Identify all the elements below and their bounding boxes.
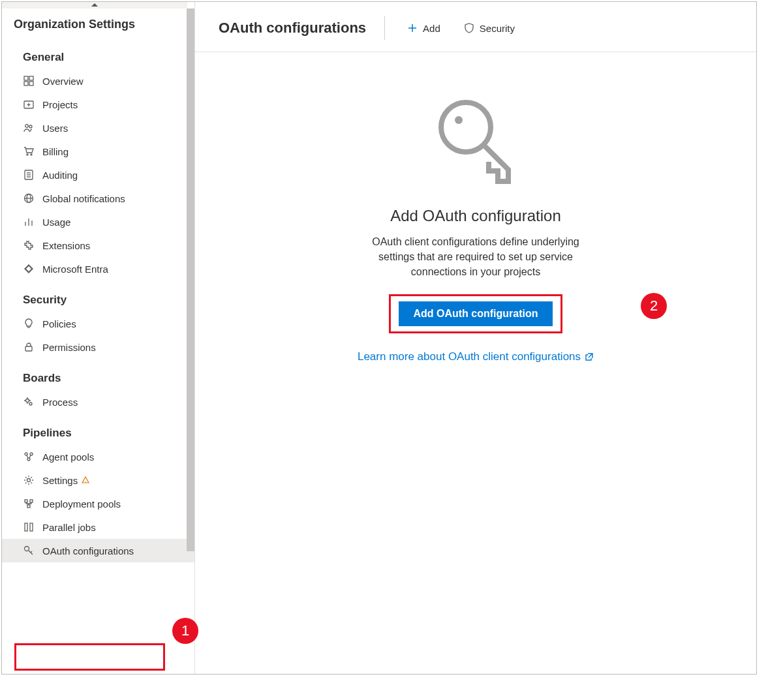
svg-rect-34 bbox=[30, 523, 33, 531]
svg-rect-1 bbox=[29, 76, 33, 80]
external-link-icon bbox=[585, 352, 594, 361]
parallel-icon bbox=[23, 521, 35, 533]
sidebar-item-settings[interactable]: Settings bbox=[2, 468, 195, 492]
add-button[interactable]: Add bbox=[403, 20, 444, 37]
nav-label: Projects bbox=[42, 99, 78, 110]
nav-label: Overview bbox=[42, 76, 84, 87]
nav-label: Microsoft Entra bbox=[42, 264, 108, 275]
nav-label: Settings bbox=[42, 475, 78, 486]
page-heading: OAuth configurations bbox=[219, 20, 366, 37]
grid-icon bbox=[23, 75, 35, 87]
sidebar-item-deployment-pools[interactable]: Deployment pools bbox=[2, 492, 195, 515]
svg-point-25 bbox=[25, 453, 27, 455]
topbar: OAuth configurations Add Security bbox=[195, 2, 756, 52]
highlight-box-2: Add OAuth configuration bbox=[389, 294, 562, 333]
sidebar-item-usage[interactable]: Usage bbox=[2, 210, 195, 234]
sidebar: Organization Settings General Overview P… bbox=[2, 2, 195, 674]
lock-icon bbox=[23, 341, 35, 353]
add-oauth-configuration-button[interactable]: Add OAuth configuration bbox=[399, 301, 552, 326]
divider bbox=[384, 16, 385, 40]
sidebar-item-extensions[interactable]: Extensions bbox=[2, 234, 195, 257]
globe-icon bbox=[23, 192, 35, 204]
sidebar-item-microsoft-entra[interactable]: Microsoft Entra bbox=[2, 257, 195, 281]
section-pipelines: Pipelines bbox=[2, 414, 195, 445]
nav-label: Policies bbox=[42, 318, 76, 329]
empty-state-description: OAuth client configurations define under… bbox=[368, 234, 583, 280]
cmd-label: Add bbox=[423, 23, 440, 34]
svg-point-10 bbox=[31, 154, 32, 155]
sidebar-item-global-notifications[interactable]: Global notifications bbox=[2, 187, 195, 210]
sidebar-item-process[interactable]: Process bbox=[2, 390, 195, 414]
svg-point-38 bbox=[441, 102, 491, 152]
svg-rect-32 bbox=[27, 505, 30, 508]
svg-point-26 bbox=[30, 453, 33, 455]
svg-rect-3 bbox=[29, 82, 33, 85]
diamond-icon bbox=[23, 263, 35, 275]
svg-point-23 bbox=[26, 399, 29, 403]
section-boards: Boards bbox=[2, 359, 195, 390]
sidebar-item-policies[interactable]: Policies bbox=[2, 312, 195, 335]
gear-icon bbox=[23, 474, 35, 486]
key-illustration bbox=[437, 98, 515, 191]
nav-label: Users bbox=[42, 123, 68, 134]
svg-rect-30 bbox=[25, 500, 27, 502]
svg-point-24 bbox=[29, 403, 32, 405]
nav-label: Usage bbox=[42, 217, 70, 228]
svg-point-9 bbox=[27, 154, 28, 155]
sidebar-title: Organization Settings bbox=[2, 8, 195, 38]
users-icon bbox=[23, 122, 35, 134]
sidebar-item-billing[interactable]: Billing bbox=[2, 140, 195, 163]
plus-icon bbox=[407, 23, 418, 33]
lightbulb-icon bbox=[23, 318, 35, 329]
callout-badge-1: 1 bbox=[172, 618, 198, 644]
nav-label: Deployment pools bbox=[42, 498, 121, 510]
nav-label: OAuth configurations bbox=[42, 545, 134, 556]
deployment-icon bbox=[23, 498, 35, 510]
sidebar-item-oauth-configurations[interactable]: OAuth configurations bbox=[2, 539, 195, 562]
svg-rect-31 bbox=[30, 500, 33, 502]
section-general: General bbox=[2, 38, 195, 69]
security-button[interactable]: Security bbox=[460, 20, 519, 37]
svg-point-8 bbox=[29, 125, 32, 128]
nav-label: Process bbox=[42, 397, 78, 408]
svg-rect-22 bbox=[25, 346, 32, 351]
scroll-up-button[interactable] bbox=[2, 2, 187, 8]
nav-label: Permissions bbox=[42, 342, 96, 353]
nav-label: Extensions bbox=[42, 240, 90, 251]
sidebar-item-permissions[interactable]: Permissions bbox=[2, 335, 195, 359]
svg-rect-2 bbox=[24, 82, 28, 85]
nav-label: Auditing bbox=[42, 170, 78, 181]
key-icon bbox=[23, 545, 35, 556]
svg-rect-0 bbox=[24, 76, 28, 80]
link-label: Learn more about OAuth client configurat… bbox=[358, 350, 581, 363]
sidebar-item-auditing[interactable]: Auditing bbox=[2, 163, 195, 187]
folder-plus-icon bbox=[23, 99, 35, 110]
learn-more-link[interactable]: Learn more about OAuth client configurat… bbox=[358, 350, 594, 363]
bar-chart-icon bbox=[23, 216, 35, 228]
cart-icon bbox=[23, 145, 35, 157]
shield-icon bbox=[464, 23, 474, 33]
empty-state-title: Add OAuth configuration bbox=[390, 207, 561, 225]
list-icon bbox=[23, 169, 35, 181]
nav-label: Agent pools bbox=[42, 451, 94, 463]
puzzle-icon bbox=[23, 239, 35, 251]
warning-badge-icon bbox=[82, 476, 89, 484]
cmd-label: Security bbox=[480, 23, 515, 34]
nodes-icon bbox=[23, 451, 35, 463]
callout-badge-2: 2 bbox=[641, 293, 667, 319]
sidebar-item-projects[interactable]: Projects bbox=[2, 93, 195, 116]
svg-point-28 bbox=[27, 479, 31, 482]
sidebar-item-users[interactable]: Users bbox=[2, 116, 195, 140]
svg-point-35 bbox=[25, 547, 29, 551]
sidebar-item-overview[interactable]: Overview bbox=[2, 69, 195, 93]
sidebar-item-agent-pools[interactable]: Agent pools bbox=[2, 445, 195, 468]
svg-rect-33 bbox=[25, 523, 27, 531]
sidebar-item-parallel-jobs[interactable]: Parallel jobs bbox=[2, 515, 195, 539]
section-security: Security bbox=[2, 281, 195, 312]
svg-point-39 bbox=[455, 116, 463, 124]
empty-state: Add OAuth configuration OAuth client con… bbox=[195, 98, 756, 363]
svg-point-7 bbox=[25, 125, 29, 128]
nav-label: Parallel jobs bbox=[42, 522, 96, 533]
main-content: OAuth configurations Add Security Add OA… bbox=[195, 2, 756, 674]
nav-label: Billing bbox=[42, 146, 69, 157]
